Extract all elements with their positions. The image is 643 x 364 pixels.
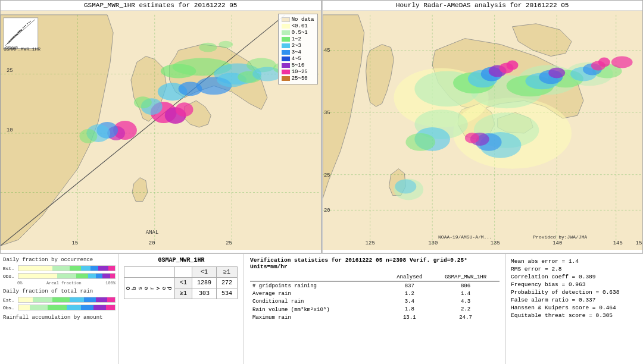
seg-7 (107, 297, 115, 302)
right-stats-panel: Mean abs error = 1.4 RMS error = 2.8 Cor… (506, 254, 643, 364)
svg-text:140: 140 (553, 240, 562, 246)
occurrence-chart-title: Daily fraction by occurrence (3, 257, 116, 263)
right-map-panel: Hourly Radar-AMeDAS analysis for 2016122… (322, 0, 644, 253)
verif-row-0-val2: 806 (432, 282, 500, 290)
contingency-panel: GSMAP_MWR_1HR <1 ≥1 Observed <1 1289 272 (119, 254, 244, 364)
cont-row-lt-header: <1 (175, 278, 192, 288)
svg-text:20: 20 (149, 240, 155, 246)
legend-color-25to50 (282, 76, 290, 81)
seg-3 (70, 266, 81, 271)
legend-color-05to1 (282, 30, 290, 35)
seg-4 (81, 266, 90, 271)
seg-7 (106, 305, 115, 310)
svg-point-33 (79, 129, 97, 143)
cont-row-ge-header: ≥1 (175, 288, 192, 299)
verif-row-2-val1: 3.4 (387, 297, 432, 305)
bar-charts-panel: Daily fraction by occurrence Est. Obs. (0, 254, 119, 364)
verif-row-0-val1: 837 (387, 282, 432, 290)
legend-item-5to10: 5~10 (282, 62, 314, 68)
verif-col-gsmap: GSMAP_MWR_1HR (432, 273, 500, 281)
verif-row-4-label: Maximum rain (250, 313, 387, 321)
seg-2 (52, 266, 70, 271)
stat-line-6: Hanssen & Kuipers score = 0.464 (511, 305, 638, 311)
legend-color-4to5 (282, 57, 290, 61)
maps-section: GSMAP_MWR_1HR estimates for 20161222 05 (0, 0, 643, 254)
svg-text:25: 25 (226, 240, 232, 246)
verif-row-3-label: Rain volume (mm*km²x10⁶) (250, 305, 387, 313)
cont-col-lt: <1 (192, 267, 217, 278)
cont-val-lt-lt: 1289 (192, 278, 217, 288)
occurrence-obs-row: Obs. (3, 273, 116, 279)
svg-point-120 (405, 133, 435, 151)
rain-est-row: Est. (3, 297, 116, 303)
seg-1 (18, 274, 57, 278)
verif-col-metric (250, 273, 387, 281)
verif-row-1-val2: 1.4 (432, 290, 500, 297)
svg-point-53 (24, 26, 25, 27)
verif-row-2-val2: 4.3 (432, 297, 500, 305)
verif-row-4: Maximum rain 13.1 24.7 (250, 313, 500, 321)
verif-row-1-val1: 1.2 (387, 290, 432, 297)
contingency-title: GSMAP_MWR_1HR (124, 257, 239, 263)
seg-2 (57, 274, 76, 278)
legend-color-3to4 (282, 50, 290, 55)
svg-text:125: 125 (365, 240, 374, 246)
legend-color-nodata (282, 17, 290, 22)
svg-text:35: 35 (323, 110, 330, 116)
stat-line-5: False alarm ratio = 0.337 (511, 297, 638, 303)
axis-end: 100% (105, 281, 116, 285)
svg-point-35 (219, 41, 233, 48)
axis-start: 0% (17, 281, 22, 285)
stat-line-2: Correlation coeff = 0.389 (511, 274, 638, 280)
left-map-panel: GSMAP_MWR_1HR estimates for 20161222 05 (0, 0, 322, 253)
legend-label-lt001: <0.01 (292, 23, 308, 29)
legend-item-nodata: No data (282, 17, 314, 23)
legend-color-5to10 (282, 63, 290, 68)
legend-label-5to10: 5~10 (292, 62, 305, 68)
seg-3 (48, 305, 67, 310)
seg-3 (76, 274, 88, 278)
legend-label-05to1: 0.5~1 (292, 30, 308, 36)
svg-text:ANAL: ANAL (146, 230, 158, 236)
rain-chart-title: Daily fraction of total rain (3, 288, 116, 294)
seg-1 (18, 305, 30, 310)
seg-3 (52, 297, 70, 302)
verif-row-2-label: Conditional rain (250, 297, 387, 305)
rain-est-bar (18, 297, 116, 303)
svg-text:GSMAP_MWR_1HR: GSMAP_MWR_1HR (4, 46, 40, 52)
legend-item-lt001: <0.01 (282, 23, 314, 29)
seg-5 (96, 274, 102, 278)
verif-row-0-label: # gridpoints raining (250, 282, 387, 290)
legend-color-lt001 (282, 24, 290, 29)
legend-label-4to5: 4~5 (292, 56, 301, 62)
seg-6 (96, 297, 107, 302)
seg-6 (98, 266, 108, 271)
cont-header-row: <1 ≥1 (124, 267, 238, 278)
svg-point-56 (29, 22, 30, 23)
verif-header-row: Analysed GSMAP_MWR_1HR (250, 273, 500, 281)
seg-5 (81, 305, 93, 310)
seg-4 (88, 274, 96, 278)
left-map-svg: GSMAP 25 10 15 20 25 ANAL GSMAP_MWR_1HR (1, 11, 321, 250)
legend-item-05to1: 0.5~1 (282, 30, 314, 36)
svg-point-21 (176, 102, 193, 117)
seg-4 (67, 305, 81, 310)
svg-text:10: 10 (7, 127, 13, 133)
verif-row-4-val1: 13.1 (387, 313, 432, 321)
svg-text:25: 25 (323, 172, 330, 178)
occurrence-obs-label: Obs. (3, 274, 16, 279)
legend-label-25to50: 25~50 (292, 76, 308, 81)
legend-item-25to50: 25~50 (282, 76, 314, 81)
svg-text:45: 45 (323, 48, 330, 54)
seg-6 (93, 305, 106, 310)
svg-text:130: 130 (428, 240, 438, 246)
svg-point-55 (27, 23, 28, 24)
rain-obs-row: Obs. (3, 305, 116, 310)
verif-panel: Verification statistics for 20161222 05 … (244, 254, 506, 364)
seg-1 (18, 266, 52, 271)
occurrence-est-row: Est. (3, 265, 116, 271)
legend-color-2to3 (282, 43, 290, 48)
rain-obs-bar (18, 305, 116, 310)
svg-text:145: 145 (613, 240, 622, 246)
svg-point-51 (20, 30, 21, 32)
